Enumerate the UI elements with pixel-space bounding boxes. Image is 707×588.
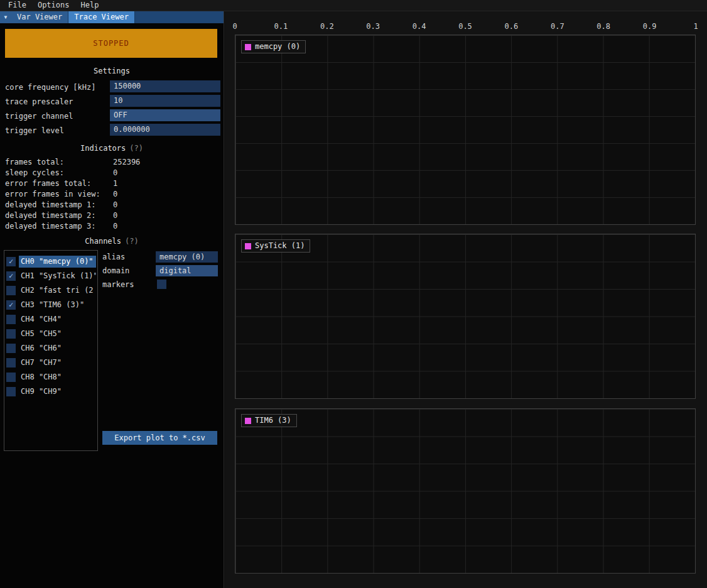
setting-label: core frequency [kHz] [5, 82, 96, 94]
channel-row: ✓CH0 "memcpy (0)" [4, 254, 97, 269]
x-axis-tick-label: 0 [232, 22, 237, 31]
channel-label[interactable]: CH6 "CH6" [19, 342, 96, 354]
domain-label: domain [102, 265, 129, 276]
indicator-label: frames total: [5, 157, 64, 168]
plot-panel-memcpy[interactable]: memcpy (0) [235, 35, 696, 225]
channel-list: ✓CH0 "memcpy (0)"✓CH1 "SysTick (1)"CH2 "… [4, 250, 98, 451]
indicator-row: frames total:252396 [0, 157, 224, 168]
settings-header-label: Settings [94, 67, 130, 75]
markers-checkbox[interactable] [157, 280, 166, 289]
channel-row: ✓CH1 "SysTick (1)" [4, 269, 97, 283]
alias-input[interactable]: memcpy (0) [156, 251, 218, 263]
channel-label[interactable]: CH9 "CH9" [19, 386, 96, 398]
channel-row: CH8 "CH8" [4, 370, 97, 384]
channel-checkbox[interactable] [6, 373, 16, 382]
setting-combo[interactable]: OFF [110, 109, 220, 121]
indicator-label: error frames in view: [5, 189, 100, 200]
channel-checkbox[interactable]: ✓ [6, 257, 16, 266]
legend-marker-icon [245, 243, 251, 249]
app-window: FileOptionsHelp ▼ Var Viewer Trace Viewe… [0, 0, 707, 588]
tab-var-viewer[interactable]: Var Viewer [11, 11, 68, 23]
channel-row: CH7 "CH7" [4, 356, 97, 370]
x-axis-tick-label: 0.3 [366, 22, 380, 31]
x-axis-tick-label: 0.6 [505, 22, 519, 31]
plot-panel-tim6[interactable]: TIM6 (3) [235, 408, 696, 574]
plot-legend[interactable]: SysTick (1) [241, 239, 310, 253]
legend-marker-icon [245, 418, 251, 424]
channel-label[interactable]: CH7 "CH7" [19, 357, 96, 369]
channel-checkbox[interactable] [6, 358, 16, 368]
channel-checkbox[interactable]: ✓ [6, 300, 16, 310]
x-axis-tick-label: 0.1 [274, 22, 288, 31]
plot-legend[interactable]: memcpy (0) [241, 40, 306, 53]
channel-checkbox[interactable] [6, 387, 16, 396]
channel-checkbox[interactable] [6, 286, 16, 295]
channel-label[interactable]: CH2 "fast tri (2 [19, 285, 96, 297]
channel-checkbox[interactable] [6, 329, 16, 339]
channel-label[interactable]: CH4 "CH4" [19, 313, 96, 325]
x-axis-tick-label: 0.4 [413, 22, 426, 31]
setting-row: core frequency [kHz]150000 [0, 80, 224, 95]
plot-legend[interactable]: TIM6 (3) [241, 414, 297, 427]
channel-row: CH5 "CH5" [4, 327, 97, 341]
setting-input[interactable]: 0.000000 [110, 124, 220, 136]
indicator-label: sleep cycles: [5, 168, 64, 178]
legend-label: SysTick (1) [255, 242, 305, 250]
indicator-value: 0 [113, 200, 117, 210]
channel-row: CH9 "CH9" [4, 384, 97, 399]
acquisition-state-button[interactable]: STOPPED [5, 29, 217, 58]
indicator-label: delayed timestamp 3: [5, 221, 96, 232]
export-csv-button[interactable]: Export plot to *.csv [102, 431, 217, 445]
indicator-value: 0 [113, 221, 117, 232]
setting-input[interactable]: 150000 [110, 80, 220, 92]
help-icon[interactable]: (?) [125, 237, 139, 246]
indicator-value: 0 [113, 189, 117, 200]
channel-checkbox[interactable]: ✓ [6, 271, 16, 281]
channel-row: CH2 "fast tri (2 [4, 283, 97, 298]
setting-row: trace prescaler10 [0, 95, 224, 109]
domain-combo[interactable]: digital [156, 265, 218, 276]
settings-header: Settings [0, 67, 224, 75]
setting-label: trigger level [5, 125, 64, 137]
channel-label[interactable]: CH0 "memcpy (0)" [19, 256, 96, 268]
indicator-rows: frames total:252396sleep cycles:0error f… [0, 157, 224, 232]
markers-label: markers [102, 279, 134, 290]
indicator-row: sleep cycles:0 [0, 168, 224, 178]
x-axis-tick-label: 0.8 [596, 22, 610, 31]
window-menu-button[interactable]: ▼ [0, 11, 11, 23]
alias-label: alias [102, 251, 125, 263]
indicator-row: error frames in view:0 [0, 189, 224, 200]
channels-header-label: Channels [85, 237, 121, 246]
channel-label[interactable]: CH1 "SysTick (1)" [19, 270, 96, 282]
channels-header: Channels(?) [0, 237, 224, 246]
legend-label: memcpy (0) [255, 43, 300, 51]
markers-row: markers [102, 279, 217, 290]
indicator-row: delayed timestamp 1:0 [0, 200, 224, 210]
left-panel: ▼ Var Viewer Trace Viewer STOPPED Settin… [0, 11, 224, 588]
x-axis-tick-label: 0.2 [320, 22, 334, 31]
menu-item-help[interactable]: Help [75, 0, 104, 11]
menu-item-options[interactable]: Options [32, 0, 75, 11]
setting-label: trace prescaler [5, 96, 73, 108]
x-axis-tick-label: 1 [693, 22, 698, 31]
tab-bar: ▼ Var Viewer Trace Viewer [0, 11, 224, 23]
menu-bar: FileOptionsHelp [0, 0, 707, 11]
menu-item-file[interactable]: File [3, 0, 32, 11]
help-icon[interactable]: (?) [129, 144, 143, 153]
channel-label[interactable]: CH8 "CH8" [19, 371, 96, 383]
setting-input[interactable]: 10 [110, 95, 220, 107]
setting-row: trigger level0.000000 [0, 124, 224, 138]
tab-trace-viewer[interactable]: Trace Viewer [68, 11, 135, 23]
settings-rows: core frequency [kHz]150000trace prescale… [0, 80, 224, 138]
legend-marker-icon [245, 44, 251, 50]
indicator-value: 252396 [113, 157, 140, 168]
channel-label[interactable]: CH5 "CH5" [19, 328, 96, 340]
x-axis-tick-label: 0.5 [458, 22, 472, 31]
channel-label[interactable]: CH3 "TIM6 (3)" [19, 299, 96, 311]
indicator-row: delayed timestamp 2:0 [0, 210, 224, 221]
indicator-value: 0 [113, 210, 117, 221]
channel-checkbox[interactable] [6, 344, 16, 353]
indicator-label: error frames total: [5, 178, 91, 189]
channel-checkbox[interactable] [6, 315, 16, 324]
plot-panel-systick[interactable]: SysTick (1) [235, 234, 696, 399]
